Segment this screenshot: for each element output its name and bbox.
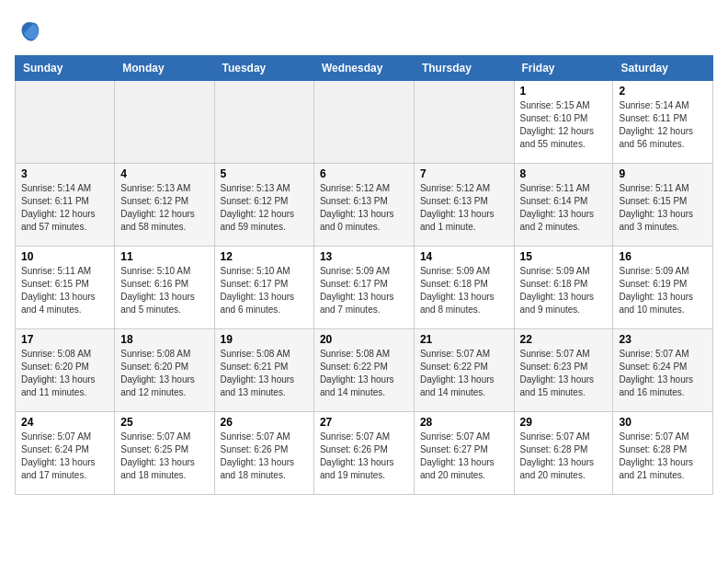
calendar-cell: 2Sunrise: 5:14 AM Sunset: 6:11 PM Daylig…: [613, 81, 713, 164]
day-number: 26: [221, 416, 308, 429]
day-info: Sunrise: 5:09 AM Sunset: 6:17 PM Dayligh…: [320, 265, 408, 316]
calendar-week: 17Sunrise: 5:08 AM Sunset: 6:20 PM Dayli…: [16, 329, 713, 412]
day-info: Sunrise: 5:09 AM Sunset: 6:18 PM Dayligh…: [520, 265, 608, 316]
day-number: 15: [520, 250, 608, 263]
day-info: Sunrise: 5:14 AM Sunset: 6:11 PM Dayligh…: [21, 182, 108, 234]
day-info: Sunrise: 5:07 AM Sunset: 6:28 PM Dayligh…: [619, 431, 707, 482]
calendar-cell: 30Sunrise: 5:07 AM Sunset: 6:28 PM Dayli…: [613, 412, 713, 495]
day-info: Sunrise: 5:07 AM Sunset: 6:26 PM Dayligh…: [221, 431, 308, 482]
day-info: Sunrise: 5:09 AM Sunset: 6:19 PM Dayligh…: [619, 265, 707, 316]
calendar-cell: 10Sunrise: 5:11 AM Sunset: 6:15 PM Dayli…: [16, 247, 115, 329]
day-info: Sunrise: 5:07 AM Sunset: 6:23 PM Dayligh…: [520, 348, 608, 399]
calendar-cell: 20Sunrise: 5:08 AM Sunset: 6:22 PM Dayli…: [313, 329, 414, 412]
calendar-cell: 7Sunrise: 5:12 AM Sunset: 6:13 PM Daylig…: [414, 164, 514, 247]
day-number: 3: [21, 167, 108, 180]
day-info: Sunrise: 5:07 AM Sunset: 6:28 PM Dayligh…: [520, 431, 608, 482]
day-number: 30: [619, 416, 707, 429]
day-number: 25: [120, 416, 208, 429]
day-number: 19: [221, 333, 308, 346]
calendar-week: 1Sunrise: 5:15 AM Sunset: 6:10 PM Daylig…: [16, 81, 713, 164]
calendar-cell: 17Sunrise: 5:08 AM Sunset: 6:20 PM Dayli…: [16, 329, 115, 412]
calendar-cell: 12Sunrise: 5:10 AM Sunset: 6:17 PM Dayli…: [214, 247, 313, 329]
day-number: 22: [520, 333, 608, 346]
day-info: Sunrise: 5:07 AM Sunset: 6:27 PM Dayligh…: [420, 431, 508, 482]
calendar-cell: 24Sunrise: 5:07 AM Sunset: 6:24 PM Dayli…: [16, 412, 115, 495]
day-number: 10: [21, 250, 108, 263]
day-info: Sunrise: 5:13 AM Sunset: 6:12 PM Dayligh…: [120, 182, 208, 234]
day-info: Sunrise: 5:10 AM Sunset: 6:17 PM Dayligh…: [221, 265, 308, 316]
calendar-week: 24Sunrise: 5:07 AM Sunset: 6:24 PM Dayli…: [16, 412, 713, 495]
day-info: Sunrise: 5:07 AM Sunset: 6:24 PM Dayligh…: [619, 348, 707, 399]
calendar-cell: 19Sunrise: 5:08 AM Sunset: 6:21 PM Dayli…: [214, 329, 313, 412]
calendar-cell: 4Sunrise: 5:13 AM Sunset: 6:12 PM Daylig…: [115, 164, 214, 247]
calendar-cell: 1Sunrise: 5:15 AM Sunset: 6:10 PM Daylig…: [514, 81, 613, 164]
calendar-cell: 8Sunrise: 5:11 AM Sunset: 6:14 PM Daylig…: [514, 164, 613, 247]
day-info: Sunrise: 5:07 AM Sunset: 6:25 PM Dayligh…: [120, 431, 208, 482]
day-number: 17: [21, 333, 108, 346]
weekday-header: Wednesday: [313, 56, 414, 81]
day-number: 5: [221, 167, 308, 180]
calendar-cell: 22Sunrise: 5:07 AM Sunset: 6:23 PM Dayli…: [514, 329, 613, 412]
calendar-cell: 28Sunrise: 5:07 AM Sunset: 6:27 PM Dayli…: [414, 412, 514, 495]
day-number: 20: [320, 333, 408, 346]
weekday-header: Tuesday: [214, 56, 313, 81]
weekday-header: Sunday: [16, 56, 115, 81]
calendar-header: SundayMondayTuesdayWednesdayThursdayFrid…: [16, 56, 713, 81]
logo: [15, 18, 48, 48]
day-number: 1: [520, 85, 608, 98]
weekday-header: Saturday: [613, 56, 713, 81]
day-info: Sunrise: 5:12 AM Sunset: 6:13 PM Dayligh…: [420, 182, 508, 234]
calendar: SundayMondayTuesdayWednesdayThursdayFrid…: [15, 55, 713, 495]
day-number: 7: [420, 167, 508, 180]
day-number: 4: [120, 167, 208, 180]
day-number: 11: [120, 250, 208, 263]
calendar-cell: 26Sunrise: 5:07 AM Sunset: 6:26 PM Dayli…: [214, 412, 313, 495]
day-info: Sunrise: 5:08 AM Sunset: 6:21 PM Dayligh…: [221, 348, 308, 399]
day-info: Sunrise: 5:07 AM Sunset: 6:22 PM Dayligh…: [420, 348, 508, 399]
calendar-cell: 11Sunrise: 5:10 AM Sunset: 6:16 PM Dayli…: [115, 247, 214, 329]
day-info: Sunrise: 5:09 AM Sunset: 6:18 PM Dayligh…: [420, 265, 508, 316]
day-number: 6: [320, 167, 408, 180]
day-info: Sunrise: 5:07 AM Sunset: 6:26 PM Dayligh…: [320, 431, 408, 482]
day-info: Sunrise: 5:11 AM Sunset: 6:15 PM Dayligh…: [619, 182, 707, 234]
day-info: Sunrise: 5:12 AM Sunset: 6:13 PM Dayligh…: [320, 182, 408, 234]
weekday-header: Monday: [115, 56, 214, 81]
calendar-cell: 18Sunrise: 5:08 AM Sunset: 6:20 PM Dayli…: [115, 329, 214, 412]
day-info: Sunrise: 5:10 AM Sunset: 6:16 PM Dayligh…: [120, 265, 208, 316]
calendar-cell: [16, 81, 115, 164]
calendar-cell: 9Sunrise: 5:11 AM Sunset: 6:15 PM Daylig…: [613, 164, 713, 247]
day-info: Sunrise: 5:14 AM Sunset: 6:11 PM Dayligh…: [619, 99, 707, 151]
day-number: 13: [320, 250, 408, 263]
calendar-cell: [214, 81, 313, 164]
calendar-cell: 15Sunrise: 5:09 AM Sunset: 6:18 PM Dayli…: [514, 247, 613, 329]
calendar-body: 1Sunrise: 5:15 AM Sunset: 6:10 PM Daylig…: [16, 81, 713, 495]
calendar-cell: 25Sunrise: 5:07 AM Sunset: 6:25 PM Dayli…: [115, 412, 214, 495]
day-info: Sunrise: 5:08 AM Sunset: 6:20 PM Dayligh…: [120, 348, 208, 399]
day-info: Sunrise: 5:08 AM Sunset: 6:22 PM Dayligh…: [320, 348, 408, 399]
day-number: 9: [619, 167, 707, 180]
calendar-cell: 27Sunrise: 5:07 AM Sunset: 6:26 PM Dayli…: [313, 412, 414, 495]
day-info: Sunrise: 5:11 AM Sunset: 6:14 PM Dayligh…: [520, 182, 608, 234]
header: [15, 15, 713, 48]
day-number: 2: [619, 85, 707, 98]
calendar-cell: 5Sunrise: 5:13 AM Sunset: 6:12 PM Daylig…: [214, 164, 313, 247]
calendar-week: 10Sunrise: 5:11 AM Sunset: 6:15 PM Dayli…: [16, 247, 713, 329]
calendar-cell: [115, 81, 214, 164]
day-number: 12: [221, 250, 308, 263]
weekday-header: Friday: [514, 56, 613, 81]
calendar-cell: [313, 81, 414, 164]
day-number: 28: [420, 416, 508, 429]
day-number: 16: [619, 250, 707, 263]
calendar-cell: 16Sunrise: 5:09 AM Sunset: 6:19 PM Dayli…: [613, 247, 713, 329]
calendar-cell: 13Sunrise: 5:09 AM Sunset: 6:17 PM Dayli…: [313, 247, 414, 329]
day-number: 29: [520, 416, 608, 429]
day-number: 21: [420, 333, 508, 346]
weekday-header: Thursday: [414, 56, 514, 81]
day-info: Sunrise: 5:08 AM Sunset: 6:20 PM Dayligh…: [21, 348, 108, 399]
calendar-cell: 29Sunrise: 5:07 AM Sunset: 6:28 PM Dayli…: [514, 412, 613, 495]
day-number: 24: [21, 416, 108, 429]
day-info: Sunrise: 5:15 AM Sunset: 6:10 PM Dayligh…: [520, 99, 608, 151]
calendar-cell: 14Sunrise: 5:09 AM Sunset: 6:18 PM Dayli…: [414, 247, 514, 329]
day-number: 23: [619, 333, 707, 346]
day-info: Sunrise: 5:07 AM Sunset: 6:24 PM Dayligh…: [21, 431, 108, 482]
